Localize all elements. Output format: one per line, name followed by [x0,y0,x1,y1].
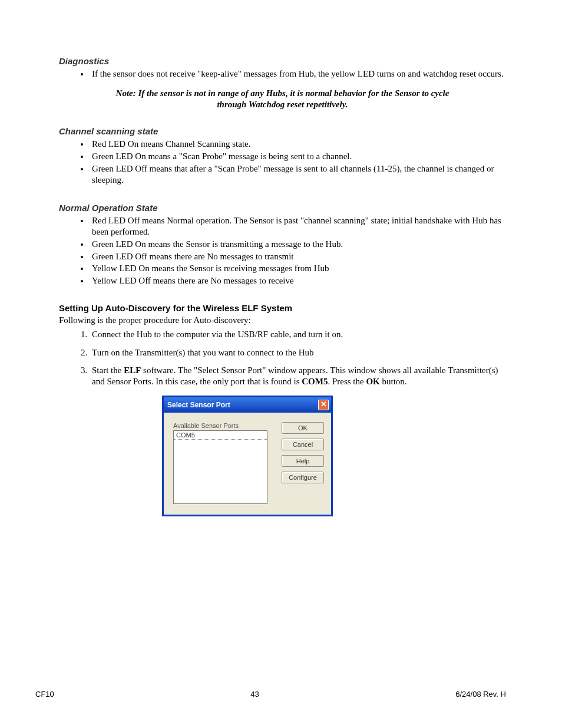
footer-page-number: 43 [250,690,259,699]
dialog-title: Select Sensor Port [167,401,230,409]
text-bold: OK [366,377,379,386]
list-item: Green LED Off means that after a "Scan P… [90,163,506,186]
select-sensor-port-dialog: Select Sensor Port ✕ Available Sensor Po… [162,396,333,516]
heading-auto-discovery: Setting Up Auto-Discovery for the Wirele… [59,303,506,313]
text-bold: ELF [124,365,141,375]
help-button[interactable]: Help [282,455,324,467]
text: Start the [92,365,124,375]
text-bold: COM5 [302,377,328,386]
text: button. [380,377,407,386]
text: software. The "Select Sensor Port" windo… [92,365,498,386]
dialog-titlebar: Select Sensor Port ✕ [164,397,331,413]
list-item: Start the ELF software. The "Select Sens… [90,365,506,387]
list-item: Green LED Off means there are No message… [90,251,506,262]
cancel-button[interactable]: Cancel [282,439,324,450]
list-item: Yellow LED On means the Sensor is receiv… [90,263,506,274]
list-item: Green LED On means a "Scan Probe" messag… [90,151,506,162]
close-icon: ✕ [320,400,327,409]
footer-left: CF10 [35,690,54,699]
ok-button[interactable]: OK [282,422,324,434]
available-ports-label: Available Sensor Ports [173,422,275,429]
list-item: If the sensor does not receive "keep-ali… [90,68,506,80]
list-item: Yellow LED Off means there are No messag… [90,275,506,286]
port-list-item[interactable]: COM5 [174,431,267,440]
close-button[interactable]: ✕ [318,400,329,410]
list-item: Red LED On means Channel Scanning state. [90,139,506,150]
normal-list: Red LED Off means Normal operation. The … [59,215,506,286]
available-ports-listbox[interactable]: COM5 [173,430,267,504]
auto-discovery-steps: Connect the Hub to the computer via the … [59,329,506,387]
heading-diagnostics: Diagnostics [59,56,506,66]
channel-list: Red LED On means Channel Scanning state.… [59,139,506,185]
list-item: Turn on the Transmitter(s) that you want… [90,347,506,358]
auto-discovery-intro: Following is the proper procedure for Au… [59,315,506,325]
diagnostics-note: Note: If the sensor is not in range of a… [106,88,459,110]
list-item: Connect the Hub to the computer via the … [90,329,506,340]
text: . Press the [328,377,366,386]
configure-button[interactable]: Configure [282,472,324,483]
page-footer: CF10 43 6/24/08 Rev. H [0,690,562,699]
footer-right: 6/24/08 Rev. H [455,690,506,699]
heading-channel-scanning: Channel scanning state [59,126,506,136]
list-item: Green LED On means the Sensor is transmi… [90,239,506,250]
heading-normal-operation: Normal Operation State [59,203,506,213]
diagnostics-list: If the sensor does not receive "keep-ali… [59,68,506,80]
list-item: Red LED Off means Normal operation. The … [90,215,506,238]
